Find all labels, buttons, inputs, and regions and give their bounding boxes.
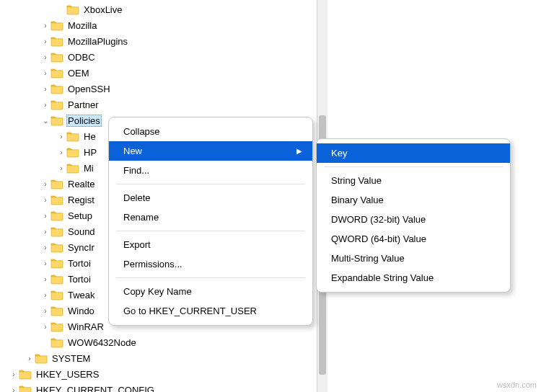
- menu-item-permissions[interactable]: Permissions...: [109, 254, 312, 274]
- chevron-right-icon[interactable]: ›: [40, 290, 50, 300]
- watermark: wsxdn.com: [497, 380, 537, 389]
- submenu-item-multistring[interactable]: Multi-String Value: [317, 249, 510, 268]
- tree-node-label: XboxLive: [82, 4, 123, 16]
- submenu-item-key[interactable]: Key: [317, 143, 510, 163]
- new-submenu: Key String Value Binary Value DWORD (32-…: [316, 138, 511, 293]
- tree-node[interactable]: › MozillaPlugins: [0, 33, 317, 49]
- tree-node[interactable]: › OpenSSH: [0, 81, 317, 97]
- chevron-right-icon[interactable]: ›: [40, 274, 50, 284]
- tree-node-label: Tortoi: [66, 273, 92, 285]
- submenu-item-qword[interactable]: QWORD (64-bit) Value: [317, 229, 510, 249]
- chevron-right-icon[interactable]: ›: [40, 306, 50, 316]
- tree-node[interactable]: › WOW6432Node: [0, 334, 317, 350]
- tree-node[interactable]: › ODBC: [0, 49, 317, 65]
- folder-icon: [50, 226, 63, 237]
- chevron-right-icon[interactable]: ›: [40, 36, 50, 46]
- folder-icon: [50, 305, 63, 316]
- tree-node-label: Tortoi: [66, 257, 92, 270]
- folder-icon: [50, 321, 63, 332]
- tree-node[interactable]: › SYSTEM: [0, 350, 317, 366]
- chevron-right-icon[interactable]: ›: [9, 369, 19, 379]
- submenu-item-expandable[interactable]: Expandable String Value: [317, 268, 510, 288]
- folder-icon: [50, 241, 63, 253]
- tree-node-label: Mozilla: [66, 19, 98, 32]
- tree-node-label: OpenSSH: [66, 83, 112, 95]
- menu-separator: [116, 277, 305, 278]
- submenu-item-string[interactable]: String Value: [317, 171, 510, 190]
- folder-icon: [66, 162, 79, 174]
- folder-icon: [50, 257, 63, 269]
- folder-icon: [50, 99, 63, 110]
- menu-item-collapse[interactable]: Collapse: [109, 122, 312, 141]
- folder-icon: [50, 210, 63, 221]
- chevron-right-icon[interactable]: ›: [40, 52, 50, 62]
- tree-node-label: Policies: [66, 115, 102, 127]
- menu-item-new[interactable]: New ▶: [109, 141, 312, 161]
- chevron-right-icon[interactable]: ›: [56, 131, 66, 141]
- folder-icon: [50, 51, 63, 63]
- chevron-right-icon: ›: [56, 4, 66, 14]
- submenu-item-dword[interactable]: DWORD (32-bit) Value: [317, 210, 510, 229]
- tree-node-label: WOW6432Node: [66, 337, 138, 349]
- menu-label: New: [123, 146, 142, 156]
- menu-label: Key: [331, 148, 347, 159]
- chevron-down-icon[interactable]: ⌄: [40, 115, 50, 125]
- chevron-right-icon[interactable]: ›: [25, 353, 35, 363]
- chevron-right-icon[interactable]: ›: [40, 179, 50, 189]
- chevron-right-icon[interactable]: ›: [56, 163, 66, 173]
- folder-icon: [66, 146, 79, 158]
- tree-node-label: WinRAR: [66, 321, 105, 333]
- tree-node[interactable]: › HKEY_CURRENT_CONFIG: [0, 382, 317, 392]
- chevron-right-icon[interactable]: ›: [40, 20, 50, 30]
- folder-icon: [50, 178, 63, 190]
- tree-node[interactable]: › XboxLive: [0, 1, 317, 17]
- menu-separator: [324, 166, 503, 167]
- chevron-right-icon[interactable]: ›: [9, 385, 19, 392]
- menu-item-copy-key-name[interactable]: Copy Key Name: [109, 282, 312, 301]
- folder-icon: [66, 130, 79, 142]
- chevron-right-icon[interactable]: ›: [40, 68, 50, 78]
- folder-icon: [35, 352, 48, 364]
- tree-node-label: Sound: [66, 226, 97, 238]
- menu-label: Find...: [123, 165, 149, 176]
- chevron-right-icon[interactable]: ›: [40, 195, 50, 205]
- menu-label: Export: [123, 239, 151, 250]
- folder-icon: [50, 115, 63, 126]
- tree-node-label: HKEY_USERS: [35, 368, 100, 380]
- chevron-right-icon[interactable]: ›: [40, 84, 50, 94]
- chevron-right-icon[interactable]: ›: [40, 321, 50, 331]
- folder-icon: [19, 368, 32, 380]
- folder-icon: [50, 35, 63, 47]
- menu-item-export[interactable]: Export: [109, 235, 312, 254]
- tree-node[interactable]: › OEM: [0, 65, 317, 81]
- folder-icon: [50, 19, 63, 31]
- folder-icon: [19, 384, 32, 392]
- tree-node-label: SyncIr: [66, 241, 96, 254]
- submenu-item-binary[interactable]: Binary Value: [317, 190, 510, 210]
- tree-node-label: HKEY_CURRENT_CONFIG: [35, 384, 156, 393]
- chevron-right-icon[interactable]: ›: [40, 99, 50, 110]
- tree-node-label: SYSTEM: [50, 352, 92, 365]
- menu-separator: [116, 231, 305, 231]
- folder-icon: [66, 4, 79, 15]
- menu-label: Permissions...: [123, 259, 182, 270]
- tree-node[interactable]: › HKEY_USERS: [0, 366, 317, 382]
- menu-separator: [116, 184, 305, 184]
- tree-node-label: HP: [82, 146, 98, 159]
- chevron-right-icon[interactable]: ›: [40, 258, 50, 268]
- chevron-right-icon[interactable]: ›: [40, 210, 50, 220]
- tree-node[interactable]: › Partner: [0, 97, 317, 112]
- tree-node-label: MozillaPlugins: [66, 35, 129, 48]
- menu-item-delete[interactable]: Delete: [109, 188, 312, 208]
- menu-item-rename[interactable]: Rename: [109, 208, 312, 227]
- chevron-right-icon[interactable]: ›: [56, 147, 66, 157]
- chevron-right-icon[interactable]: ›: [40, 242, 50, 252]
- menu-item-goto[interactable]: Go to HKEY_CURRENT_USER: [109, 301, 312, 321]
- tree-node-label: Setup: [66, 210, 94, 222]
- menu-label: Expandable String Value: [331, 272, 434, 283]
- tree-node[interactable]: › Mozilla: [0, 17, 317, 33]
- tree-node-label: Partner: [66, 99, 100, 111]
- menu-label: QWORD (64-bit) Value: [331, 233, 426, 244]
- chevron-right-icon[interactable]: ›: [40, 226, 50, 236]
- menu-item-find[interactable]: Find...: [109, 161, 312, 180]
